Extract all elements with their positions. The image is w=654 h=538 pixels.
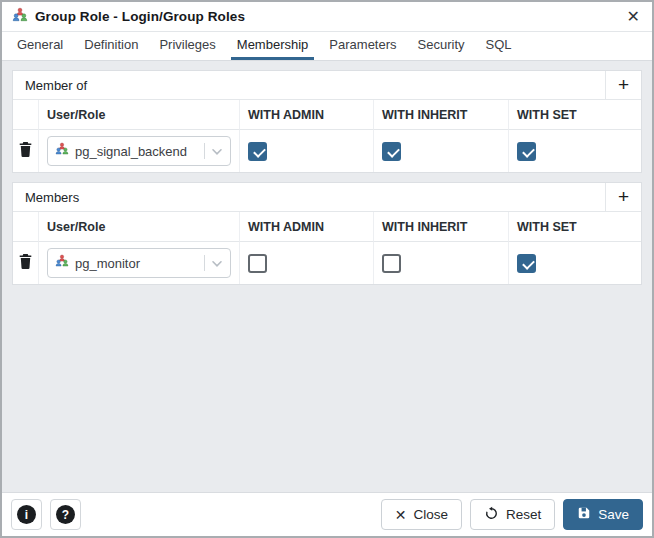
info-icon: i bbox=[17, 505, 36, 524]
select-divider bbox=[204, 143, 205, 159]
tab-definition[interactable]: Definition bbox=[78, 32, 144, 60]
tab-general[interactable]: General bbox=[11, 32, 69, 60]
delete-row-button[interactable] bbox=[13, 242, 39, 284]
column-header-with-inherit: WITH INHERIT bbox=[374, 100, 509, 130]
tab-bar: General Definition Privileges Membership… bbox=[2, 32, 652, 61]
close-icon[interactable]: ✕ bbox=[627, 9, 640, 25]
member-of-table: User/Role WITH ADMIN WITH INHERIT WITH S… bbox=[13, 100, 641, 172]
column-header-with-set: WITH SET bbox=[509, 100, 641, 130]
dialog-title: Group Role - Login/Group Roles bbox=[35, 9, 245, 24]
chevron-down-icon[interactable] bbox=[211, 254, 223, 272]
with-admin-checkbox[interactable] bbox=[248, 254, 267, 273]
table-cell-with-inherit bbox=[374, 242, 509, 284]
table-cell-role: pg_monitor bbox=[39, 242, 240, 284]
members-table: User/Role WITH ADMIN WITH INHERIT WITH S… bbox=[13, 212, 641, 284]
tab-parameters[interactable]: Parameters bbox=[323, 32, 402, 60]
table-cell-with-set bbox=[509, 130, 641, 172]
table-cell-role: pg_signal_backend bbox=[39, 130, 240, 172]
members-title: Members bbox=[13, 183, 605, 211]
close-x-icon: ✕ bbox=[395, 508, 407, 522]
chevron-down-icon[interactable] bbox=[211, 142, 223, 160]
dialog-help-button[interactable]: ? bbox=[50, 499, 81, 530]
help-icon: ? bbox=[56, 505, 75, 524]
members-header: Members + bbox=[13, 183, 641, 212]
column-header-blank bbox=[13, 212, 39, 242]
column-header-with-admin: WITH ADMIN bbox=[240, 212, 374, 242]
column-header-user-role: User/Role bbox=[39, 100, 240, 130]
role-select[interactable]: pg_signal_backend bbox=[47, 136, 231, 166]
tab-membership[interactable]: Membership bbox=[231, 32, 315, 60]
reset-icon bbox=[484, 506, 499, 524]
save-button[interactable]: Save bbox=[563, 499, 643, 530]
table-cell-with-admin bbox=[240, 242, 374, 284]
add-member-of-button[interactable]: + bbox=[605, 71, 641, 99]
role-select-value: pg_monitor bbox=[75, 256, 140, 271]
with-set-checkbox[interactable] bbox=[517, 142, 536, 161]
dialog-titlebar: Group Role - Login/Group Roles ✕ bbox=[2, 2, 652, 32]
tab-security[interactable]: Security bbox=[412, 32, 471, 60]
member-of-title: Member of bbox=[13, 71, 605, 99]
column-header-user-role: User/Role bbox=[39, 212, 240, 242]
reset-button[interactable]: Reset bbox=[470, 499, 555, 530]
with-inherit-checkbox[interactable] bbox=[382, 142, 401, 161]
with-set-checkbox[interactable] bbox=[517, 254, 536, 273]
save-icon bbox=[577, 506, 591, 523]
with-admin-checkbox[interactable] bbox=[248, 142, 267, 161]
group-role-icon bbox=[12, 7, 28, 27]
column-header-with-inherit: WITH INHERIT bbox=[374, 212, 509, 242]
tab-privileges[interactable]: Privileges bbox=[153, 32, 221, 60]
table-cell-with-inherit bbox=[374, 130, 509, 172]
add-members-button[interactable]: + bbox=[605, 183, 641, 211]
column-header-blank bbox=[13, 100, 39, 130]
group-role-dialog: Group Role - Login/Group Roles ✕ General… bbox=[0, 0, 654, 538]
member-of-panel: Member of + User/Role WITH ADMIN WITH IN… bbox=[12, 70, 642, 173]
tab-sql[interactable]: SQL bbox=[480, 32, 518, 60]
column-header-with-set: WITH SET bbox=[509, 212, 641, 242]
role-select-value: pg_signal_backend bbox=[75, 144, 187, 159]
trash-icon bbox=[19, 254, 32, 273]
delete-row-button[interactable] bbox=[13, 130, 39, 172]
dialog-footer: i ? ✕ Close Reset bbox=[2, 492, 652, 536]
role-select[interactable]: pg_monitor bbox=[47, 248, 231, 278]
with-inherit-checkbox[interactable] bbox=[382, 254, 401, 273]
members-panel: Members + User/Role WITH ADMIN WITH INHE… bbox=[12, 182, 642, 285]
role-icon bbox=[55, 254, 69, 272]
table-cell-with-set bbox=[509, 242, 641, 284]
role-icon bbox=[55, 142, 69, 160]
select-divider bbox=[204, 255, 205, 271]
membership-content: Member of + User/Role WITH ADMIN WITH IN… bbox=[2, 61, 652, 492]
close-button[interactable]: ✕ Close bbox=[381, 499, 462, 530]
column-header-with-admin: WITH ADMIN bbox=[240, 100, 374, 130]
trash-icon bbox=[19, 142, 32, 161]
table-cell-with-admin bbox=[240, 130, 374, 172]
member-of-header: Member of + bbox=[13, 71, 641, 100]
sql-help-button[interactable]: i bbox=[11, 499, 42, 530]
